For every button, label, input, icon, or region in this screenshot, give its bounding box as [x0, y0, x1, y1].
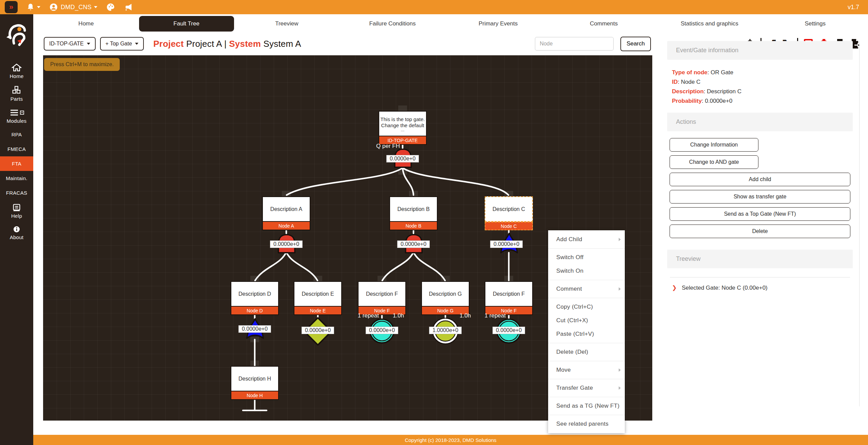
- tab-bar: Home Fault Tree Treeview Failure Conditi…: [33, 14, 868, 33]
- chevron-down-icon: [37, 6, 40, 8]
- info-section-header: Event/Gate information: [667, 41, 853, 60]
- sidebar-item-rpa[interactable]: RPA: [0, 127, 33, 142]
- add-top-gate-dropdown[interactable]: + Top Gate: [100, 37, 144, 51]
- menu-separator: [548, 415, 625, 415]
- tab-comments[interactable]: Comments: [551, 17, 657, 31]
- tree-node-h[interactable]: Description H Node H: [231, 366, 279, 400]
- menu-item-copy[interactable]: Copy (Ctrl+C): [548, 300, 625, 314]
- menu-item-cut[interactable]: Cut (Ctrl+X): [548, 314, 625, 327]
- menu-separator: [548, 343, 625, 343]
- tab-primary-events[interactable]: Primary Events: [445, 17, 551, 31]
- connector-stub: [504, 276, 513, 281]
- connector-stub: [441, 276, 450, 281]
- menu-item-switch-off[interactable]: Switch Off: [548, 251, 625, 264]
- details-panel: Event/Gate information Type of node: OR …: [667, 41, 853, 298]
- cubes-icon: [12, 86, 22, 95]
- sidebar-item-modules[interactable]: Modules: [0, 105, 33, 127]
- node-description: Description F: [358, 281, 406, 307]
- change-to-and-gate-button[interactable]: Change to AND gate: [670, 155, 758, 169]
- tree-node-e[interactable]: Description E Node E: [294, 281, 342, 315]
- tab-fault-tree[interactable]: Fault Tree: [139, 16, 234, 32]
- tree-node-d[interactable]: Description D Node D: [231, 281, 279, 315]
- tab-statistics[interactable]: Statistics and graphics: [657, 17, 763, 31]
- sidebar-item-fracas[interactable]: FRACAS: [0, 186, 33, 200]
- sidebar-item-fmeca[interactable]: FMECA: [0, 142, 33, 156]
- sidebar-item-parts[interactable]: Parts: [0, 82, 33, 105]
- app-logo-icon: [6, 22, 27, 46]
- node-search-input[interactable]: [535, 37, 614, 51]
- field-id: ID: Node C: [672, 77, 848, 87]
- announcements-button[interactable]: [124, 3, 133, 12]
- menu-item-move[interactable]: Move: [548, 363, 625, 377]
- submenu-arrow-icon: [619, 238, 621, 241]
- tab-failure-conditions[interactable]: Failure Conditions: [340, 17, 445, 31]
- add-child-button[interactable]: Add child: [670, 173, 850, 186]
- app-version: v1.7: [848, 4, 859, 11]
- node-description: Description A: [262, 196, 310, 222]
- menu-separator: [548, 280, 625, 280]
- menu-item-paste[interactable]: Paste (Ctrl+V): [548, 327, 625, 341]
- megaphone-icon: [124, 3, 133, 12]
- delete-button[interactable]: Delete: [670, 225, 850, 238]
- menu-item-switch-on[interactable]: Switch On: [548, 264, 625, 278]
- connector-stub: [398, 169, 407, 175]
- tree-node-a[interactable]: Description A Node A: [262, 196, 310, 230]
- notifications-menu[interactable]: [26, 3, 40, 11]
- tab-treeview[interactable]: Treeview: [234, 17, 340, 31]
- sidebar-item-maintain[interactable]: Maintain.: [0, 171, 33, 186]
- node-id: Node H: [231, 391, 279, 400]
- gate-probability: 0.0000e+0: [270, 240, 303, 248]
- expand-chevron-icon[interactable]: ❯: [672, 285, 677, 291]
- show-as-transfer-gate-button[interactable]: Show as transfer gate: [670, 190, 850, 204]
- menu-item-delete[interactable]: Delete (Del): [548, 345, 625, 359]
- treeview-selected-gate[interactable]: ❯ Selected Gate: Node C (0.00e+0): [667, 277, 853, 298]
- gate-probability: 0.0000e+0: [238, 325, 271, 333]
- menu-separator: [548, 248, 625, 249]
- tree-node-c-selected[interactable]: Description C Node C: [485, 196, 533, 230]
- sidebar-collapse-button[interactable]: »: [5, 1, 18, 13]
- menu-item-send-as-tg[interactable]: Send as a TG (New FT): [548, 399, 625, 413]
- gate-probability: 0.0000e+0: [386, 155, 419, 162]
- connector-stub: [398, 105, 407, 111]
- home-icon: [12, 63, 22, 72]
- send-as-top-gate-button[interactable]: Send as a Top Gate (New FT): [670, 207, 850, 221]
- menu-item-see-related-parents[interactable]: See related parents: [548, 417, 625, 431]
- hours-label: 1.0h: [460, 312, 471, 319]
- user-icon: [49, 3, 58, 12]
- sidebar-item-home[interactable]: Home: [0, 60, 33, 82]
- connector-stub: [378, 276, 386, 281]
- username: DMD_CNS: [61, 4, 92, 11]
- gate-select-dropdown[interactable]: ID-TOP-GATE: [44, 37, 96, 51]
- menu-item-transfer-gate[interactable]: Transfer Gate: [548, 381, 625, 395]
- tab-settings[interactable]: Settings: [762, 17, 868, 31]
- collapse-chevrons-icon: »: [9, 3, 13, 12]
- change-information-button[interactable]: Change Information: [670, 138, 758, 152]
- top-bar: » DMD_CNS v1.7: [0, 0, 868, 14]
- submenu-arrow-icon: [619, 368, 621, 372]
- sidebar-item-about[interactable]: About: [0, 222, 33, 244]
- sidebar-item-fta[interactable]: FTA: [0, 156, 33, 171]
- node-id: Node D: [231, 307, 279, 315]
- search-button[interactable]: Search: [620, 37, 651, 51]
- treeview-section-header: Treeview: [667, 250, 853, 268]
- bell-icon: [26, 3, 35, 11]
- user-menu[interactable]: DMD_CNS: [49, 3, 97, 12]
- tree-node-top-gate[interactable]: This is the top gate. Change the default…: [379, 111, 427, 145]
- sidebar-item-help[interactable]: Help: [0, 200, 33, 222]
- menu-item-add-child[interactable]: Add Child: [548, 233, 625, 246]
- copyright-text: Copyright (c) 2018-2023, DMD Solutions: [405, 437, 496, 443]
- tree-node-b[interactable]: Description B Node B: [389, 196, 438, 230]
- repeat-label: 1 repeat: [358, 312, 379, 319]
- theme-button[interactable]: [106, 3, 115, 12]
- submenu-arrow-icon: [619, 386, 621, 390]
- connector-stub: [250, 276, 259, 281]
- menu-item-comment[interactable]: Comment: [548, 282, 625, 296]
- connector-stub: [282, 191, 291, 196]
- node-description: Description E: [294, 281, 342, 307]
- tree-node-f-repeat[interactable]: Description F Node F: [485, 281, 533, 315]
- tree-node-f[interactable]: Description F Node F: [358, 281, 406, 315]
- tree-node-g[interactable]: Description G Node G: [421, 281, 469, 315]
- tab-home[interactable]: Home: [33, 17, 139, 31]
- connector-stub: [409, 191, 418, 196]
- event-probability: 1.0000e+0: [429, 327, 462, 334]
